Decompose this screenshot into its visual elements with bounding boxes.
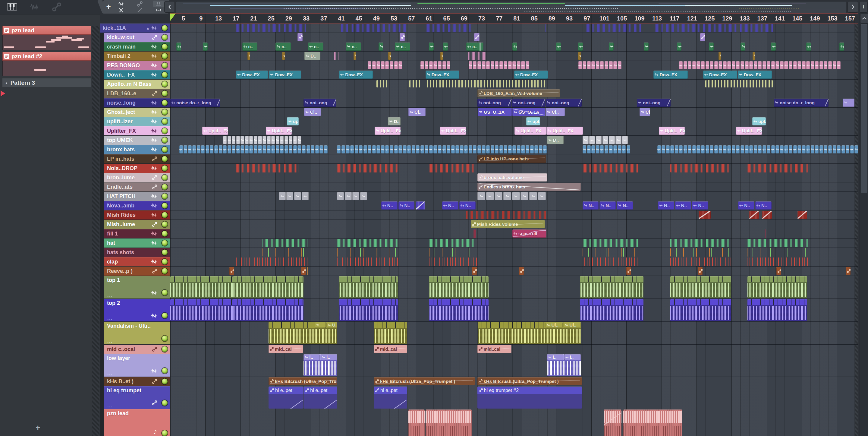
- pattern-clip[interactable]: [670, 258, 731, 266]
- audio-tile[interactable]: [657, 145, 661, 153]
- audio-tile[interactable]: [469, 61, 472, 69]
- track-header-vandalism-ultr-[interactable]: Vandalism - Ultr.....: [104, 322, 170, 344]
- playlist-row[interactable]: D..: [170, 52, 858, 61]
- audio-tile[interactable]: [679, 145, 683, 153]
- audio-tile[interactable]: [521, 61, 525, 69]
- audio-tile[interactable]: [513, 145, 516, 153]
- audio-tile[interactable]: [271, 145, 275, 153]
- audio-clip[interactable]: [203, 42, 208, 51]
- audio-clip[interactable]: Uplif.._FX: [202, 127, 228, 135]
- audio-tile[interactable]: [276, 145, 279, 153]
- clip-head-strip[interactable]: [429, 299, 489, 305]
- automation-clip[interactable]: Mish Rides volume: [471, 220, 545, 228]
- audio-clip-long[interactable]: [670, 276, 731, 298]
- playlist-row[interactable]: [170, 145, 858, 154]
- audio-tile[interactable]: [714, 61, 718, 69]
- automation-clip[interactable]: [519, 267, 524, 275]
- piano-roll-tab-icon[interactable]: [5, 2, 19, 12]
- midi-pattern-clip[interactable]: [604, 409, 622, 436]
- audio-tile[interactable]: [381, 145, 384, 153]
- midi-pattern-clip[interactable]: [623, 409, 682, 436]
- audio-tile[interactable]: [503, 192, 511, 200]
- audio-tile[interactable]: [486, 145, 490, 153]
- audio-tile[interactable]: [684, 145, 687, 153]
- pattern-clip[interactable]: [747, 248, 808, 257]
- pitch-slide-clip[interactable]: [762, 211, 772, 219]
- playlist-row[interactable]: [170, 33, 858, 42]
- audio-tile[interactable]: [223, 136, 227, 144]
- audio-tile[interactable]: [754, 145, 757, 153]
- audio-tile[interactable]: [727, 61, 731, 69]
- vertical-scrollbar[interactable]: [860, 13, 868, 436]
- audio-tile[interactable]: [279, 192, 286, 200]
- audio-clip-long[interactable]: [170, 276, 233, 298]
- audio-tile[interactable]: [258, 136, 261, 144]
- audio-clip[interactable]: N..: [442, 201, 458, 209]
- audio-clip[interactable]: N..: [658, 201, 674, 209]
- audio-tile[interactable]: [688, 145, 691, 153]
- pattern-clip[interactable]: [583, 248, 639, 257]
- audio-tile[interactable]: [245, 145, 249, 153]
- audio-clip[interactable]: c..: [395, 42, 410, 51]
- zoom-handle-button[interactable]: I: [859, 1, 868, 13]
- playlist-row[interactable]: upl..D..upl..upl..: [170, 117, 858, 126]
- track-options-dots[interactable]: ...: [107, 371, 113, 376]
- audio-clip[interactable]: N..: [599, 201, 616, 209]
- track-options-dots[interactable]: ...: [107, 403, 113, 408]
- audio-tile[interactable]: [214, 145, 218, 153]
- pattern-card[interactable]: pzn lead #2: [2, 52, 91, 76]
- audio-tile[interactable]: [679, 61, 683, 69]
- audio-clip[interactable]: [839, 42, 844, 51]
- clip-head-strip[interactable]: [170, 276, 233, 282]
- song-overview-scrollbar[interactable]: [176, 1, 846, 13]
- track-mute-led[interactable]: [162, 259, 167, 265]
- track-mute-led[interactable]: [162, 128, 167, 134]
- automation-clip-title[interactable]: hi e..pet: [304, 386, 337, 394]
- track-header-hats-shots[interactable]: hats shots: [104, 248, 170, 257]
- track-header-top-umek[interactable]: top UMEK: [104, 136, 170, 145]
- automation-clip[interactable]: kHs Bitcrush (Ultra_Pop_Trumpet ): [269, 377, 337, 385]
- pattern-play-icon[interactable]: [1, 90, 5, 96]
- audio-tile[interactable]: [267, 145, 271, 153]
- audio-tile[interactable]: [482, 145, 486, 153]
- audio-tile[interactable]: [438, 61, 441, 69]
- audio-tile[interactable]: [236, 136, 240, 144]
- playlist-row[interactable]: [170, 266, 858, 276]
- audio-tile[interactable]: [696, 145, 700, 153]
- track-header-khs-b-et-[interactable]: kHs B..et ): [104, 377, 170, 386]
- audio-tile[interactable]: [425, 145, 428, 153]
- audio-clip[interactable]: c..: [276, 42, 291, 51]
- audio-tile[interactable]: [591, 145, 595, 153]
- audio-tile[interactable]: [543, 145, 547, 153]
- audio-tile[interactable]: [701, 61, 705, 69]
- playlist-row[interactable]: bronx hats volume: [170, 173, 858, 182]
- track-header-kick-w-cut[interactable]: kick..w cut: [104, 33, 170, 42]
- pattern-clip[interactable]: [545, 24, 546, 32]
- automation-curve-area[interactable]: [477, 394, 582, 409]
- tool-piano-roll-icon[interactable]: [153, 1, 164, 7]
- audio-tile[interactable]: [245, 136, 249, 144]
- audio-tile[interactable]: [403, 145, 407, 153]
- audio-tile[interactable]: [618, 61, 621, 69]
- audio-tile[interactable]: [324, 145, 328, 153]
- audio-tile[interactable]: [855, 145, 858, 153]
- audio-tile[interactable]: [780, 145, 784, 153]
- track-header-bron-lume[interactable]: bron..lume: [104, 173, 170, 182]
- audio-clip[interactable]: c..: [308, 42, 323, 51]
- track-mute-led[interactable]: [162, 313, 167, 318]
- audio-tile[interactable]: [604, 61, 608, 69]
- audio-tile[interactable]: [754, 61, 757, 69]
- audio-clip[interactable]: Uplif.._FX: [547, 127, 583, 135]
- audio-clip[interactable]: N..: [459, 201, 475, 209]
- audio-clip[interactable]: Dow..FX: [236, 70, 268, 79]
- audio-tile[interactable]: [179, 145, 183, 153]
- audio-tile[interactable]: [675, 145, 678, 153]
- audio-tile[interactable]: [341, 145, 345, 153]
- clip-head-strip[interactable]: [670, 276, 731, 282]
- playlist-row[interactable]: [170, 80, 858, 89]
- audio-clip[interactable]: GS_O..1A: [513, 108, 545, 116]
- audio-clip[interactable]: [718, 52, 721, 60]
- audio-tile[interactable]: [219, 145, 222, 153]
- audio-tile[interactable]: [596, 145, 599, 153]
- audio-tile-run[interactable]: [477, 192, 546, 201]
